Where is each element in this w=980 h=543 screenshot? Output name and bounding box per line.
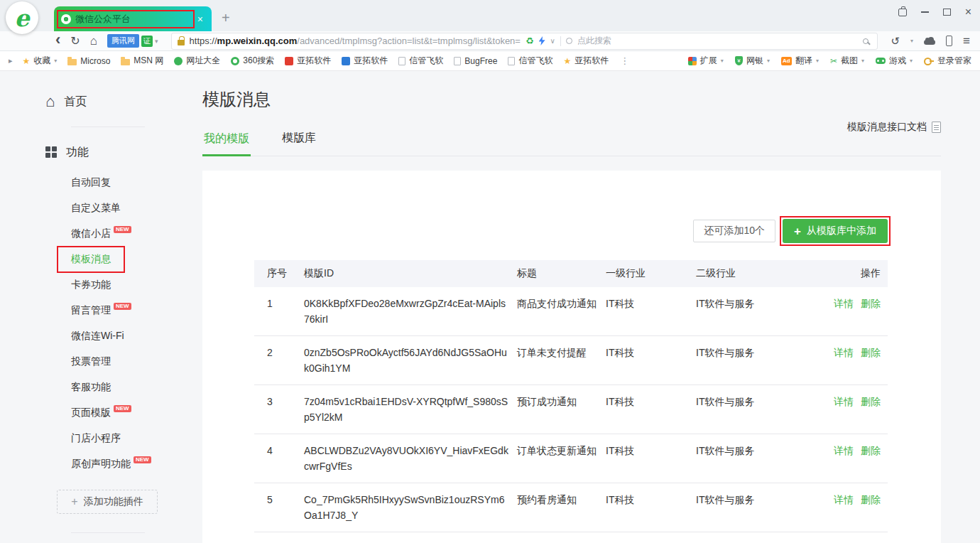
bookmark-item[interactable]: Microso <box>67 56 110 66</box>
skin-icon[interactable] <box>898 9 907 16</box>
api-doc-link[interactable]: 模版消息接口文档 <box>847 121 941 134</box>
cell-template-id: I2cGF7weM9CcfMQqBokwXFwfRBomd0wgzB6Ti8xX… <box>304 539 517 543</box>
overflow-icon[interactable]: ⋮ <box>620 56 629 65</box>
table-row: 4ABCLWDBZu2VAy8VUOkXI6YV_HiavFxEGdkcwrFg… <box>254 434 888 483</box>
tool-button[interactable]: 登录管家 <box>924 55 971 67</box>
sidebar-item[interactable]: 自定义菜单 <box>71 195 170 221</box>
sidebar-item[interactable]: 原创声明功能NEW <box>71 451 170 477</box>
table-actions-row: 还可添加10个 + 从模版库中添加 <box>254 219 888 243</box>
tab-bar: e 微信公众平台 × + × <box>0 0 980 31</box>
menu-icon[interactable]: ≡ <box>963 35 970 47</box>
tool-button[interactable]: 网银▾ <box>735 55 770 67</box>
maximize-icon[interactable] <box>943 9 951 16</box>
cell-title: 订单生成通知 <box>517 539 606 543</box>
close-icon[interactable]: × <box>965 7 971 17</box>
bookmark-item[interactable]: BugFree <box>454 56 497 66</box>
sidebar-item[interactable]: 门店小程序 <box>71 426 170 451</box>
browser-tab[interactable]: 微信公众平台 × <box>54 6 212 31</box>
bookmark-item[interactable]: 信管飞软 <box>398 55 443 67</box>
bookmark-item[interactable]: 亚拓软件 <box>342 55 388 67</box>
sidebar-item[interactable]: 投票管理 <box>71 349 170 375</box>
bookmark-item[interactable]: 网址大全 <box>174 55 220 67</box>
home-icon[interactable]: ⌂ <box>90 35 97 47</box>
quota-remaining: 还可添加10个 <box>693 220 775 242</box>
cell-template-id: 0znZb5OsPRoOkAyctf56JAYd6NdJG5SaOHuk0Gih… <box>304 343 517 377</box>
add-from-library-button[interactable]: + 从模版库中添加 <box>783 219 888 243</box>
tool-button[interactable]: 扩展▾ <box>688 55 724 67</box>
back-icon[interactable]: ‹ <box>55 32 60 48</box>
bookmark-item[interactable]: 收藏▾ <box>23 55 58 67</box>
cloud-sync-icon[interactable] <box>924 40 935 45</box>
bookmark-label: 信管飞软 <box>409 55 443 67</box>
action-link[interactable]: 详情 <box>834 298 854 309</box>
sidebar-item[interactable]: 微信连Wi-Fi <box>71 323 170 349</box>
sidebar-item[interactable]: 微信小店NEW <box>71 221 170 247</box>
mobile-icon[interactable] <box>946 36 952 46</box>
sidebar-item[interactable]: 留言管理NEW <box>71 298 170 323</box>
sidebar-item[interactable]: 客服功能 <box>71 375 170 400</box>
site-verification-badge[interactable]: 腾讯网 证 ▾ <box>107 34 158 48</box>
favorites-toggle-icon[interactable]: ▸ <box>9 57 13 65</box>
action-link[interactable]: 删除 <box>861 494 881 505</box>
speed-mode-icon[interactable] <box>539 36 545 45</box>
sidebar-item-label: 微信连Wi-Fi <box>71 330 124 343</box>
search-hint[interactable]: 点此搜索 <box>577 35 611 47</box>
cell-title: 预约看房通知 <box>517 490 606 509</box>
tab-close-icon[interactable]: × <box>196 14 205 25</box>
bookmark-item[interactable]: 亚拓软件 <box>285 55 331 67</box>
bookmark-item[interactable]: MSN 网 <box>121 55 163 67</box>
action-link[interactable]: 详情 <box>834 494 854 505</box>
minimize-icon[interactable] <box>921 11 929 13</box>
refresh-mode-icon[interactable]: ♻ <box>526 36 534 46</box>
sidebar-item[interactable]: 卡券功能 <box>71 272 170 298</box>
tool-button[interactable]: 截图▾ <box>830 55 864 67</box>
column-header: 操作 <box>824 267 888 280</box>
caret-down-icon[interactable]: ∨ <box>550 37 555 45</box>
bookmark-item[interactable]: 360搜索 <box>231 55 274 67</box>
add-plugin-button[interactable]: + 添加功能插件 <box>57 490 158 514</box>
bookmark-item[interactable]: 亚拓软件 <box>563 55 609 67</box>
action-link[interactable]: 删除 <box>861 347 881 358</box>
sidebar-item[interactable]: 模板消息 <box>71 247 170 272</box>
sidebar-item[interactable]: 页面模版NEW <box>71 400 170 426</box>
tab-my-templates[interactable]: 我的模版 <box>202 131 251 156</box>
cell-actions: 详情删除 <box>824 392 888 411</box>
search-icon[interactable] <box>863 38 869 44</box>
browser-logo[interactable]: e <box>6 1 38 34</box>
action-link[interactable]: 详情 <box>834 396 854 407</box>
tool-button[interactable]: 游戏▾ <box>876 55 913 67</box>
action-link[interactable]: 删除 <box>861 396 881 407</box>
sidebar-item-home[interactable]: ⌂ 首页 <box>45 92 170 111</box>
cell-actions: 详情删除 <box>824 294 888 313</box>
action-link[interactable]: 详情 <box>834 347 854 358</box>
page-icon <box>508 57 515 65</box>
sidebar-item[interactable]: 自动回复 <box>71 170 170 195</box>
tool-label: 翻译 <box>795 55 812 67</box>
site-badge-label: 腾讯网 <box>107 34 139 48</box>
sidebar-item-label: 卡券功能 <box>71 279 111 291</box>
sidebar-section-features[interactable]: 功能 <box>45 143 170 161</box>
sidebar-item-label: 微信小店 <box>71 227 111 240</box>
tab-title: 微信公众平台 <box>75 13 131 26</box>
lock-icon <box>178 40 185 45</box>
action-link[interactable]: 删除 <box>861 445 881 456</box>
cell-industry-2: IT软件与服务 <box>696 392 824 411</box>
tab-template-library[interactable]: 模版库 <box>281 131 317 156</box>
cell-template-id: 7z04m5v1cRbai1EHDsV-XYRQtpfWf_S980sSp5Yl… <box>304 392 517 426</box>
chevron-down-icon[interactable]: ▾ <box>910 38 913 44</box>
new-badge: NEW <box>114 405 131 412</box>
bookmark-label: 360搜索 <box>243 55 274 67</box>
folder-icon <box>67 59 77 65</box>
star-icon <box>23 56 31 66</box>
address-bar[interactable]: https://mp.weixin.qq.com/advanced/tmplms… <box>171 33 878 50</box>
bookmarks-bar: ▸ 收藏▾MicrosoMSN 网网址大全360搜索亚拓软件亚拓软件信管飞软Bu… <box>0 51 980 71</box>
tool-button[interactable]: 翻译▾ <box>781 55 819 67</box>
action-link[interactable]: 详情 <box>834 445 854 456</box>
cell-industry-1: IT科技 <box>606 539 696 543</box>
undo-icon[interactable]: ↺ <box>891 36 900 46</box>
refresh-icon[interactable]: ↻ <box>70 36 80 47</box>
tool-label: 登录管家 <box>937 55 971 67</box>
new-tab-button[interactable]: + <box>222 11 230 25</box>
action-link[interactable]: 删除 <box>861 298 881 309</box>
bookmark-item[interactable]: 信管飞软 <box>508 55 552 67</box>
